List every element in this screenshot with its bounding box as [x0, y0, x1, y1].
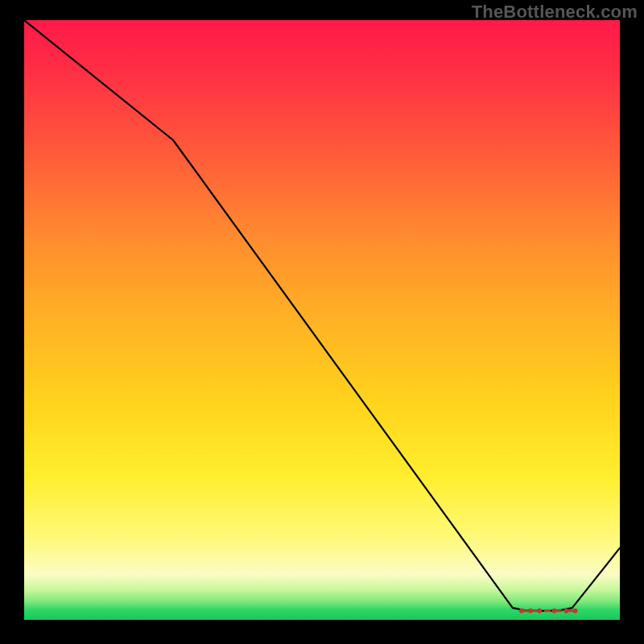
frame-border-bottom	[0, 620, 644, 644]
watermark-text: TheBottleneck.com	[472, 2, 638, 23]
flat-zone-dot	[573, 609, 578, 613]
flat-zone-dot	[552, 609, 557, 613]
plot-area	[24, 20, 620, 620]
flat-zone-dot	[564, 609, 568, 613]
chart-frame: TheBottleneck.com	[0, 0, 644, 644]
flat-zone-dot	[537, 609, 542, 613]
frame-border-left	[0, 0, 24, 644]
bottleneck-curve	[24, 20, 620, 611]
flat-zone-dot	[519, 609, 524, 613]
flat-zone-dot	[528, 609, 533, 613]
frame-border-right	[620, 0, 644, 644]
chart-svg	[24, 20, 620, 620]
